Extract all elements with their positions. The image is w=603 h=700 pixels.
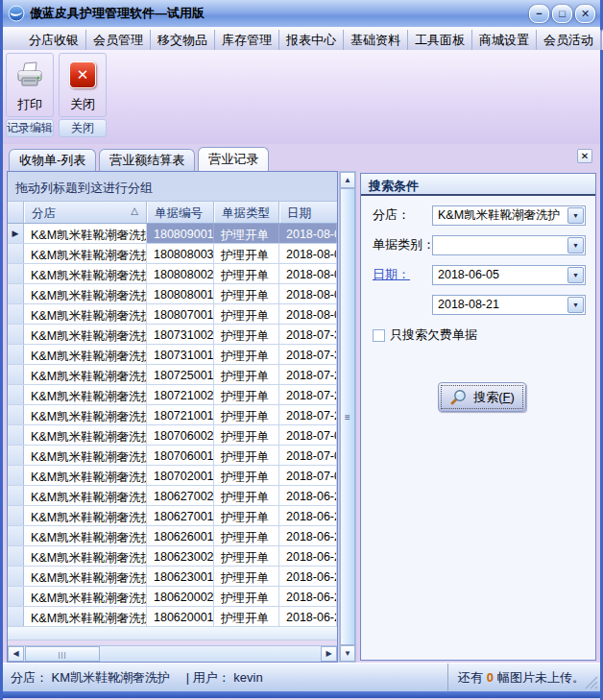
cell-doc_no[interactable]: 180627001 — [147, 506, 214, 525]
cell-doc_no[interactable]: 180627002 — [147, 486, 214, 505]
cell-branch[interactable]: K&M凯米鞋靴潮奢洗护 — [24, 425, 147, 445]
cell-branch[interactable]: K&M凯米鞋靴潮奢洗护 — [24, 526, 147, 545]
cell-doc_no[interactable]: 180721001 — [147, 405, 214, 424]
grid-row-9[interactable]: K&M凯米鞋靴潮奢洗护180721001护理开单2018-07-2 — [8, 405, 337, 425]
cell-date[interactable]: 2018-08-0 — [279, 284, 337, 303]
cell-date[interactable]: 2018-06-2 — [279, 526, 337, 545]
cell-doc_type[interactable]: 护理开单 — [214, 466, 279, 485]
grid-column-header-0[interactable]: 分店△ — [24, 202, 147, 223]
cell-branch[interactable]: K&M凯米鞋靴潮奢洗护 — [24, 284, 147, 303]
cell-branch[interactable]: K&M凯米鞋靴潮奢洗护 — [24, 345, 147, 364]
cell-doc_type[interactable]: 护理开单 — [214, 526, 279, 545]
cell-doc_no[interactable]: 180623002 — [147, 546, 214, 566]
close-tab-button[interactable]: ✕ 关闭 — [59, 53, 107, 117]
cell-branch[interactable]: K&M凯米鞋靴潮奢洗护 — [24, 304, 147, 324]
menu-tab-7[interactable]: 商城设置 — [472, 30, 537, 50]
maximize-button[interactable]: □ — [552, 5, 572, 23]
grid-column-header-3[interactable]: 日期 — [279, 202, 337, 223]
cell-doc_type[interactable]: 护理开单 — [214, 506, 279, 525]
cell-date[interactable]: 2018-06-2 — [279, 486, 337, 505]
cell-branch[interactable]: K&M凯米鞋靴潮奢洗护 — [24, 224, 147, 243]
grid-group-panel[interactable]: 拖动列标题到这进行分组 — [8, 172, 337, 202]
grid-row-13[interactable]: K&M凯米鞋靴潮奢洗护180627002护理开单2018-06-2 — [8, 486, 337, 506]
grid-row-12[interactable]: K&M凯米鞋靴潮奢洗护180702001护理开单2018-07-0 — [8, 466, 337, 486]
cell-branch[interactable]: K&M凯米鞋靴潮奢洗护 — [24, 385, 147, 404]
horizontal-scrollbar[interactable]: ◀ ||| ▶ — [8, 645, 337, 662]
branch-combobox[interactable]: K&M凯米鞋靴潮奢洗护 ▼ — [432, 205, 586, 226]
cell-branch[interactable]: K&M凯米鞋靴潮奢洗护 — [24, 486, 147, 505]
grid-row-1[interactable]: K&M凯米鞋靴潮奢洗护180808003护理开单2018-08-0 — [8, 244, 337, 264]
doc-type-combobox[interactable]: ▼ — [432, 235, 586, 255]
cell-doc_type[interactable]: 护理开单 — [214, 345, 279, 364]
cell-branch[interactable]: K&M凯米鞋靴潮奢洗护 — [24, 244, 147, 263]
cell-doc_no[interactable]: 180721002 — [147, 385, 214, 404]
search-button[interactable]: 搜索(F) — [438, 382, 526, 412]
cell-doc_type[interactable]: 护理开单 — [214, 325, 279, 344]
cell-doc_no[interactable]: 180706001 — [147, 446, 214, 465]
cell-doc_no[interactable]: 180725001 — [147, 365, 214, 384]
menu-tab-0[interactable]: 分店收银 — [22, 30, 86, 50]
scroll-right-icon[interactable]: ▶ — [321, 646, 337, 662]
cell-date[interactable]: 2018-08-0 — [279, 224, 337, 243]
grid-row-3[interactable]: K&M凯米鞋靴潮奢洗护180808001护理开单2018-08-0 — [8, 284, 337, 304]
cell-date[interactable]: 2018-07-0 — [279, 446, 337, 465]
cell-branch[interactable]: K&M凯米鞋靴潮奢洗护 — [24, 546, 147, 566]
cell-doc_no[interactable]: 180702001 — [147, 466, 214, 485]
cell-date[interactable]: 2018-06-2 — [279, 567, 337, 586]
grid-row-15[interactable]: K&M凯米鞋靴潮奢洗护180626001护理开单2018-06-2 — [8, 526, 337, 546]
cell-doc_type[interactable]: 护理开单 — [214, 385, 279, 404]
chevron-down-icon[interactable]: ▼ — [567, 297, 584, 313]
cell-doc_type[interactable]: 护理开单 — [214, 244, 279, 263]
cell-doc_no[interactable]: 180620001 — [147, 607, 214, 626]
grid-row-2[interactable]: K&M凯米鞋靴潮奢洗护180808002护理开单2018-08-0 — [8, 264, 337, 284]
grid-row-14[interactable]: K&M凯米鞋靴潮奢洗护180627001护理开单2018-06-2 — [8, 506, 337, 526]
scroll-down-icon[interactable]: ▼ — [340, 645, 355, 662]
only-unpaid-checkbox[interactable] — [373, 329, 385, 342]
cell-doc_no[interactable]: 180807001 — [147, 304, 214, 324]
cell-doc_no[interactable]: 180808003 — [147, 244, 214, 263]
cell-date[interactable]: 2018-07-0 — [279, 425, 337, 445]
chevron-down-icon[interactable]: ▼ — [567, 237, 584, 253]
date-label-link[interactable]: 日期： — [373, 266, 432, 283]
horizontal-scroll-thumb[interactable]: ||| — [25, 646, 100, 662]
cell-date[interactable]: 2018-07-0 — [279, 466, 337, 485]
vertical-scrollbar[interactable]: ▲ ≡ ▼ — [339, 171, 356, 663]
cell-doc_type[interactable]: 护理开单 — [214, 284, 279, 303]
grid-row-16[interactable]: K&M凯米鞋靴潮奢洗护180623002护理开单2018-06-2 — [8, 546, 337, 567]
menu-tab-4[interactable]: 报表中心 — [279, 30, 344, 50]
doc-tab-1[interactable]: 营业额结算表 — [99, 149, 195, 171]
menu-tab-6[interactable]: 工具面板 — [408, 30, 472, 50]
cell-branch[interactable]: K&M凯米鞋靴潮奢洗护 — [24, 587, 147, 606]
vertical-scroll-thumb[interactable]: ≡ — [340, 188, 355, 645]
cell-doc_no[interactable]: 180623001 — [147, 567, 214, 586]
cell-doc_type[interactable]: 护理开单 — [214, 405, 279, 424]
cell-doc_type[interactable]: 护理开单 — [214, 567, 279, 586]
cell-branch[interactable]: K&M凯米鞋靴潮奢洗护 — [24, 466, 147, 485]
cell-doc_type[interactable]: 护理开单 — [214, 446, 279, 465]
cell-doc_no[interactable]: 180731001 — [147, 345, 214, 364]
grid-column-header-1[interactable]: 单据编号 — [147, 202, 214, 223]
cell-doc_no[interactable]: 180731002 — [147, 325, 214, 344]
menu-tab-8[interactable]: 会员活动 — [537, 30, 601, 50]
cell-doc_type[interactable]: 护理开单 — [214, 304, 279, 324]
cell-branch[interactable]: K&M凯米鞋靴潮奢洗护 — [24, 567, 147, 586]
chevron-down-icon[interactable]: ▼ — [567, 267, 584, 283]
cell-branch[interactable]: K&M凯米鞋靴潮奢洗护 — [24, 264, 147, 283]
grid-row-6[interactable]: K&M凯米鞋靴潮奢洗护180731001护理开单2018-07-3 — [8, 345, 337, 365]
cell-doc_type[interactable]: 护理开单 — [214, 224, 279, 243]
grid-row-10[interactable]: K&M凯米鞋靴潮奢洗护180706002护理开单2018-07-0 — [8, 425, 337, 446]
cell-doc_type[interactable]: 护理开单 — [214, 425, 279, 445]
grid-row-5[interactable]: K&M凯米鞋靴潮奢洗护180731002护理开单2018-07-3 — [8, 325, 337, 345]
grid-row-18[interactable]: K&M凯米鞋靴潮奢洗护180620002护理开单2018-06-2 — [8, 587, 337, 607]
cell-doc_type[interactable]: 护理开单 — [214, 264, 279, 283]
cell-doc_no[interactable]: 180626001 — [147, 526, 214, 545]
cell-branch[interactable]: K&M凯米鞋靴潮奢洗护 — [24, 446, 147, 465]
cell-date[interactable]: 2018-06-2 — [279, 587, 337, 606]
doc-tab-2[interactable]: 营业记录 — [198, 147, 269, 171]
cell-doc_no[interactable]: 180620002 — [147, 587, 214, 606]
scroll-left-icon[interactable]: ◀ — [8, 646, 24, 662]
menu-tab-5[interactable]: 基础资料 — [344, 30, 408, 50]
cell-date[interactable]: 2018-06-2 — [279, 546, 337, 566]
grid-row-8[interactable]: K&M凯米鞋靴潮奢洗护180721002护理开单2018-07-2 — [8, 385, 337, 405]
close-window-button[interactable]: ✕ — [575, 5, 595, 23]
